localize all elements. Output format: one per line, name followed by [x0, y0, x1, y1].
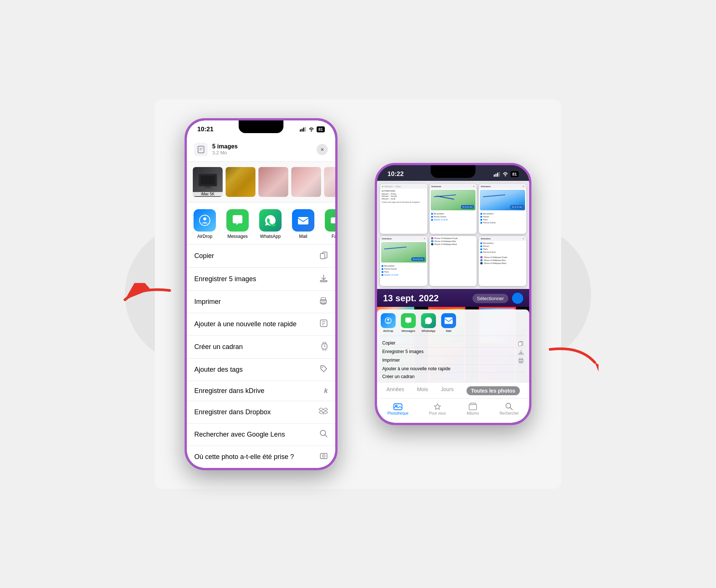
- svg-rect-4: [305, 127, 306, 132]
- svg-rect-9: [200, 175, 216, 185]
- time-2: 10:22: [387, 170, 403, 178]
- svg-rect-5: [198, 146, 204, 153]
- thumb-imac: iMac 5K: [193, 167, 223, 197]
- action-tags[interactable]: Ajouter des tags: [187, 359, 335, 381]
- action-cadran-label: Créer un cadran: [194, 343, 243, 351]
- app-messages[interactable]: Messages: [226, 209, 249, 239]
- app-airdrop[interactable]: AirDrop: [193, 209, 217, 239]
- tab-jours[interactable]: Jours: [441, 386, 453, 395]
- mini-app-whatsapp[interactable]: WhatsApp: [421, 313, 436, 333]
- status-icons-2: 81: [494, 171, 519, 177]
- svg-rect-20: [320, 280, 327, 282]
- right-arrow: [543, 342, 599, 372]
- action-googlelens[interactable]: Rechercher avec Google Lens: [187, 424, 335, 446]
- app-whatsapp[interactable]: WhatsApp: [258, 209, 282, 239]
- photos-container: AirDrop Messages: [377, 307, 529, 382]
- action-kdrive[interactable]: Enregistrer dans kDrive k: [187, 381, 335, 401]
- user-avatar[interactable]: 👤: [512, 293, 523, 304]
- mini-messages-label: Messages: [402, 329, 415, 333]
- app-facetime-label: Fa...: [332, 234, 335, 239]
- left-arrow: [121, 283, 173, 309]
- mini-action-copier[interactable]: Copier: [381, 339, 525, 348]
- svg-rect-39: [499, 172, 500, 177]
- svg-rect-15: [298, 217, 308, 224]
- photos-date: 13 sept. 2022: [383, 293, 439, 304]
- filter-tabs: Années Mois Jours Toutes les photos: [377, 382, 529, 398]
- app-mail[interactable]: Mail: [291, 209, 315, 239]
- tab-albums[interactable]: Albums: [467, 402, 479, 415]
- mini-apps-row: AirDrop Messages: [381, 313, 525, 336]
- mini-whatsapp-label: WhatsApp: [422, 329, 436, 333]
- svg-rect-3: [303, 128, 304, 132]
- mini-copier-label: Copier: [382, 340, 395, 346]
- share-subtitle: 3,2 Mo: [212, 150, 317, 155]
- action-copier[interactable]: Copier: [187, 245, 335, 268]
- apps-row: AirDrop Messages: [187, 202, 335, 245]
- tab-pour-vous[interactable]: Pour vous: [429, 402, 446, 415]
- action-list: Copier Enregistrer 5 images: [187, 245, 335, 468]
- tab-rechercher[interactable]: Rechercher: [500, 402, 519, 415]
- safari-card-3: Itinéraires ✕ 5h et 31 min Ma position R…: [479, 184, 526, 234]
- mini-note-label: Ajouter à une nouvelle note rapide: [382, 366, 450, 371]
- watch-icon: [321, 342, 328, 352]
- mini-action-imprimer[interactable]: Imprimer: [381, 356, 525, 365]
- share-title: 5 images: [212, 143, 317, 150]
- mini-action-cadran[interactable]: Créer un cadran: [381, 372, 525, 380]
- action-cadran[interactable]: Créer un cadran: [187, 336, 335, 359]
- thumb-3: [258, 167, 288, 197]
- copy-icon: [320, 251, 328, 261]
- safari-card-2: Itinéraires ✕ 4h et 51 min Ma position P…: [430, 184, 477, 234]
- mini-app-airdrop[interactable]: AirDrop: [381, 313, 396, 333]
- mini-cadran-label: Créer un cadran: [382, 374, 415, 379]
- mini-imprimer-label: Imprimer: [382, 358, 400, 364]
- notch-1: [239, 120, 283, 133]
- mini-action-note[interactable]: Ajouter à une nouvelle note rapide: [381, 365, 525, 372]
- mini-print-icon: [518, 358, 524, 364]
- action-kdrive-label: Enregistrer dans kDrive: [194, 387, 264, 395]
- thumb-label-imac: iMac 5K: [193, 192, 223, 196]
- svg-point-41: [387, 319, 389, 321]
- tab-rechercher-label: Rechercher: [500, 411, 519, 415]
- tab-mois[interactable]: Mois: [417, 386, 428, 395]
- svg-line-32: [325, 435, 327, 437]
- svg-rect-52: [470, 403, 475, 405]
- share-close-button[interactable]: ×: [317, 144, 328, 155]
- mini-app-mail[interactable]: Mail: [441, 313, 456, 333]
- tab-phototheque[interactable]: Photothèque: [387, 402, 409, 415]
- svg-rect-51: [469, 404, 477, 410]
- pourvous-icon: [433, 402, 442, 411]
- action-dropbox[interactable]: Enregistrer dans Dropbox: [187, 401, 335, 424]
- tag-icon: [320, 365, 328, 375]
- action-enregistrer[interactable]: Enregistrer 5 images: [187, 268, 335, 291]
- svg-rect-38: [497, 173, 498, 177]
- app-facetime[interactable]: Fa...: [324, 209, 335, 239]
- select-button[interactable]: Sélectionner: [472, 294, 508, 303]
- mini-share-sheet: AirDrop Messages: [377, 309, 529, 382]
- mini-copy-icon: [518, 340, 524, 346]
- safari-overlay: ● AdGuard — Other AUTOMATIONS AdGuard — …: [377, 181, 529, 289]
- rechercher-icon: [505, 402, 513, 411]
- tab-toutes[interactable]: Toutes les photos: [467, 386, 520, 395]
- scene: 10:21 81: [155, 100, 561, 489]
- tab-pour-vous-label: Pour vous: [429, 411, 446, 415]
- action-imprimer[interactable]: Imprimer: [187, 291, 335, 313]
- mini-app-messages[interactable]: Messages: [401, 313, 416, 333]
- download-icon: [320, 274, 328, 284]
- phototheque-icon: [393, 402, 402, 411]
- share-header: 5 images 3,2 Mo ×: [187, 136, 335, 162]
- svg-point-35: [323, 455, 324, 456]
- action-note[interactable]: Ajouter à une nouvelle note rapide: [187, 313, 335, 336]
- tab-annees[interactable]: Années: [386, 386, 404, 395]
- thumb-2: [226, 167, 255, 197]
- status-bar-2: 10:22 81: [377, 165, 529, 181]
- action-location[interactable]: Où cette photo a-t-elle été prise ?: [187, 446, 335, 468]
- mini-mail-icon: [441, 313, 456, 328]
- mini-whatsapp-icon: [421, 313, 436, 328]
- svg-rect-36: [494, 174, 495, 177]
- mini-action-enregistrer[interactable]: Enregistrer 5 images: [381, 348, 525, 356]
- thumb-4: [291, 167, 321, 197]
- action-copier-label: Copier: [194, 252, 214, 260]
- tab-phototheque-label: Photothèque: [387, 411, 409, 415]
- svg-rect-47: [519, 358, 523, 360]
- phone-1: 10:21 81: [185, 118, 337, 470]
